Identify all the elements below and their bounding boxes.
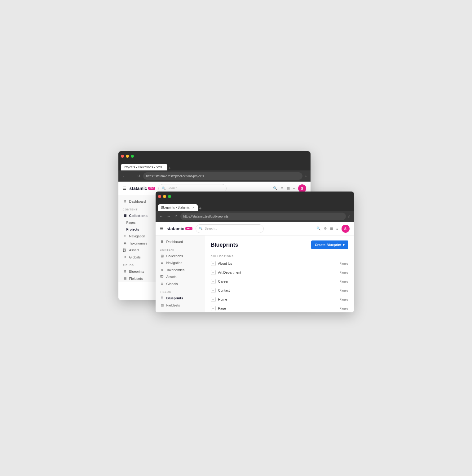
assets-icon-back: 🖼 [123,248,127,252]
reload-btn-front[interactable]: ↺ [174,214,179,219]
address-input-back[interactable] [143,172,302,180]
sidebar-collections-label-front: Collections [166,254,183,258]
globals-icon-front: ⊕ [160,282,164,286]
bp-row-name-page: Page [218,306,337,310]
topnav-icon3[interactable]: ▦ [287,186,290,190]
sidebar-fieldsets-label-front: Fieldsets [166,303,180,307]
sidebar-collections-front[interactable]: ▦ Collections [156,252,205,259]
tab-projects[interactable]: Projects • Collections • Stati… ✕ [121,164,167,170]
logo-text-back: statamic [130,186,147,191]
bp-body: COLLECTIONS ≡ About Us Pages ≡ Art Depar… [205,252,354,311]
sidebar-assets-front[interactable]: 🖼 Assets [156,273,205,280]
avatar-front: S [342,225,350,233]
app-logo-back: statamic PRO [130,186,156,191]
back-btn-front[interactable]: ← [159,214,164,219]
tab-blueprints-close[interactable]: ✕ [192,206,195,209]
dashboard-icon-front: ⊞ [160,240,164,244]
chrome-bar-back [118,151,311,161]
bp-row-tag-art: Pages [339,271,348,274]
chrome-close-back[interactable] [121,155,124,158]
sidebar-blueprints-front[interactable]: ⊞ Blueprints [156,294,205,302]
logo-pro-back: PRO [148,187,155,190]
sidebar-front: ⊞ Dashboard CONTENT ▦ Collections ≡ Navi… [156,236,205,312]
sidebar-section-content-front: CONTENT [156,245,205,252]
sidebar-section-tools-front: TOOLS [156,309,205,312]
address-bar-front: ← → ↺ ☆ [156,211,354,222]
tab-blueprints[interactable]: Blueprints • Statamic ✕ [158,204,198,211]
topnav-actions-back: 🔍 ⚙ ▦ ≡ S [273,184,306,192]
bp-collections-label: COLLECTIONS [211,252,348,259]
back-btn-back[interactable]: ← [121,173,127,179]
bp-row-about-us[interactable]: ≡ About Us Pages [211,259,348,268]
bp-row-name-home: Home [218,298,337,301]
chrome-max-front[interactable] [168,195,171,198]
sidebar-dashboard-label-back: Dashboard [129,200,146,203]
bp-row-name-art: Art Department [218,271,337,274]
bp-row-page[interactable]: ≡ Page Pages [211,304,348,311]
bp-row-art-department[interactable]: ≡ Art Department Pages [211,268,348,277]
scene: Projects • Collections • Stati… ✕ + ← → … [118,151,354,325]
chrome-close-front[interactable] [158,195,161,198]
tab-blueprints-label: Blueprints • Statamic [161,206,190,209]
bp-row-contact[interactable]: ≡ Contact Pages [211,286,348,295]
topnav-actions-front: 🔍 ⚙ ▦ ≡ S [316,225,349,233]
bookmark-btn-back[interactable]: ☆ [304,174,307,178]
blueprints-window: Blueprints • Statamic ✕ + ← → ↺ ☆ ☰ stat… [156,192,354,312]
sidebar-projects-label-back: Projects [126,227,139,231]
create-blueprint-dropdown-icon: ▾ [343,243,345,247]
bp-main: Blueprints Create Blueprint ▾ COLLECTION… [205,236,354,312]
forward-btn-front[interactable]: → [166,214,172,219]
taxonomies-icon-back: ◈ [123,241,127,245]
sidebar-assets-label-back: Assets [129,248,139,252]
reload-btn-back[interactable]: ↺ [136,173,141,179]
sidebar-globals-label-front: Globals [166,282,178,286]
address-bar-back: ← → ↺ ☆ [118,170,311,182]
topnav-icon3-front[interactable]: ▦ [330,227,333,231]
sidebar-globals-front[interactable]: ⊕ Globals [156,280,205,287]
create-blueprint-btn[interactable]: Create Blueprint ▾ [311,240,348,249]
chrome-min-back[interactable] [126,155,129,158]
address-input-front[interactable] [180,213,346,220]
tab-add-back[interactable]: + [169,165,171,170]
bp-row-career[interactable]: ≡ Career Pages [211,277,348,286]
sidebar-pages-label-back: Pages [126,221,136,224]
topnav-icon2-front[interactable]: ⚙ [324,227,327,231]
topnav-icon1[interactable]: 🔍 [273,186,277,190]
bp-header: Blueprints Create Blueprint ▾ [205,236,354,252]
search-icon-front: 🔍 [199,227,203,230]
forward-btn-back[interactable]: → [129,173,135,179]
bp-row-icon-about: ≡ [211,261,216,266]
sidebar-fieldsets-front[interactable]: ▤ Fieldsets [156,302,205,309]
sidebar-dashboard-front[interactable]: ⊞ Dashboard [156,238,205,245]
sidebar-taxonomies-label-back: Taxonomies [129,241,148,245]
topnav-icon4-front[interactable]: ≡ [336,227,338,231]
bookmark-btn-front[interactable]: ☆ [348,214,351,218]
topnav-icon1-front[interactable]: 🔍 [316,227,321,231]
sidebar-taxonomies-front[interactable]: ◈ Taxonomies [156,266,205,273]
chrome-bar-front [156,192,354,201]
navigation-icon-back: ≡ [123,234,127,238]
tab-projects-label: Projects • Collections • Stati… [124,165,165,169]
topnav-icon2[interactable]: ⚙ [280,186,284,190]
collections-icon-back: ▦ [123,214,127,218]
hamburger-front[interactable]: ☰ [160,226,164,231]
app-logo-front: statamic PRO [167,226,193,231]
bp-row-home[interactable]: ≡ Home Pages [211,295,348,304]
sidebar-navigation-front[interactable]: ≡ Navigation [156,259,205,266]
sidebar-navigation-label-front: Navigation [166,261,183,265]
bp-row-name-about: About Us [218,262,337,265]
create-blueprint-label: Create Blueprint [315,243,342,247]
hamburger-back[interactable]: ☰ [123,186,126,191]
tab-add-front[interactable]: + [199,206,201,211]
chrome-max-back[interactable] [131,155,134,158]
topnav-icon4[interactable]: ≡ [293,187,295,190]
sidebar-blueprints-label-back: Blueprints [129,270,144,273]
chrome-min-front[interactable] [163,195,166,198]
tab-bar-front: Blueprints • Statamic ✕ + [156,201,354,211]
bp-row-tag-career: Pages [339,280,348,283]
blueprints-icon-front: ⊞ [160,296,164,300]
topnav-search-front[interactable]: 🔍 Search... [196,224,264,233]
bp-row-icon-art: ≡ [211,270,216,275]
sidebar-section-fields-front: FIELDS [156,287,205,294]
bp-row-icon-home: ≡ [211,297,216,302]
